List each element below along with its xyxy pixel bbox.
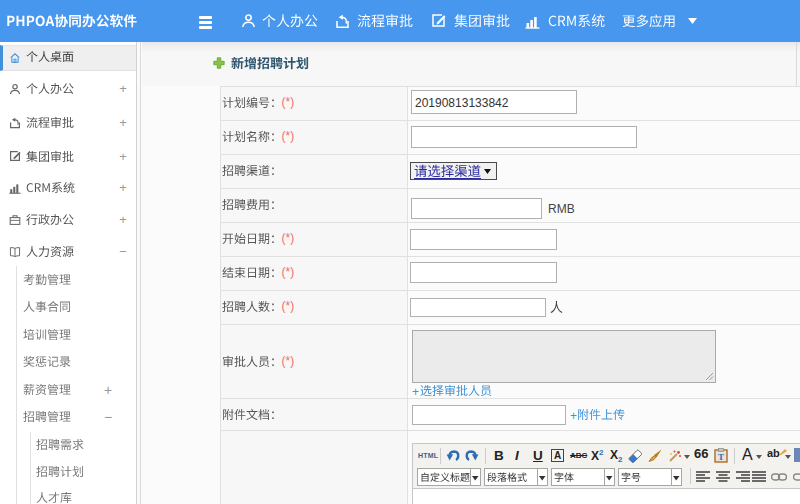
svg-text:T: T	[718, 452, 724, 462]
